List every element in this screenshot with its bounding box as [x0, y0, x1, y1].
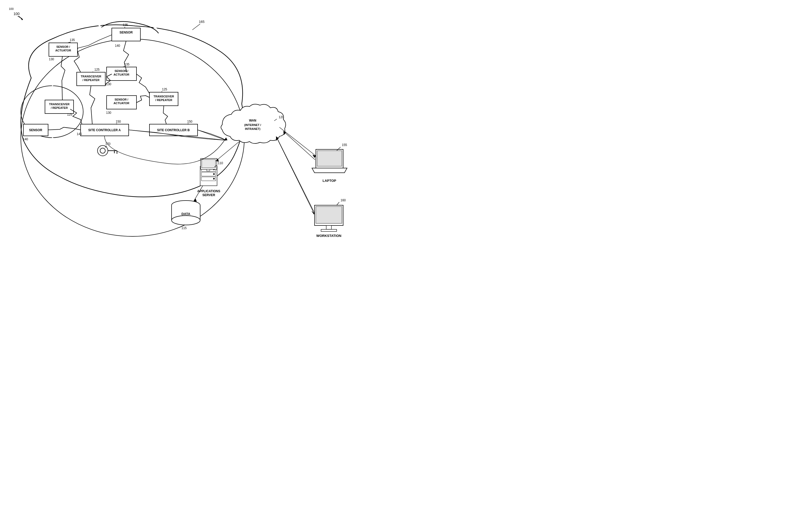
ref-100: 100 — [9, 7, 14, 11]
